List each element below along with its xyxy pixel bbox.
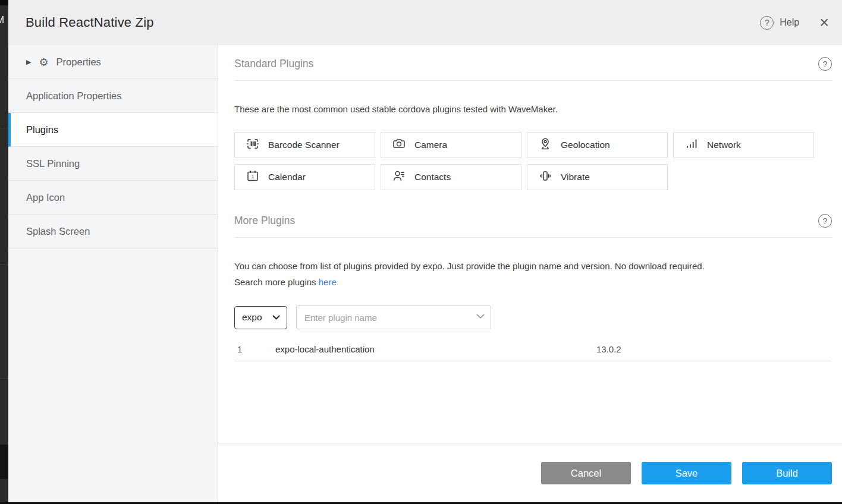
plugin-row-index: 1 xyxy=(237,344,275,354)
plugin-button-geolocation[interactable]: Geolocation xyxy=(527,132,668,158)
network-icon xyxy=(684,137,699,153)
geolocation-icon xyxy=(538,137,552,153)
more-plugins-header: More Plugins ? xyxy=(234,202,832,238)
help-label: Help xyxy=(780,17,799,28)
chevron-down-icon[interactable] xyxy=(476,314,485,319)
build-button[interactable]: Build xyxy=(742,462,832,484)
close-icon[interactable]: × xyxy=(819,15,829,31)
plugin-button-contacts[interactable]: Contacts xyxy=(381,164,521,190)
plugin-button-label: Contacts xyxy=(414,172,451,182)
background-band xyxy=(0,445,8,479)
background-dotted-line xyxy=(0,378,8,379)
plugin-button-label: Barcode Scanner xyxy=(268,140,340,150)
plugins-panel-scroll: Standard Plugins ? These are the most co… xyxy=(218,45,842,443)
standard-plugins-grid: Barcode Scanner Camera xyxy=(234,132,814,190)
background-dotted-line xyxy=(0,264,8,265)
standard-plugins-help-button[interactable]: ? xyxy=(818,57,832,71)
camera-icon xyxy=(392,137,406,153)
calendar-icon: 1 xyxy=(246,169,260,185)
sidebar-item-label: Properties xyxy=(56,56,101,68)
plugin-button-vibrate[interactable]: Vibrate xyxy=(527,164,668,190)
plugin-row-version: 13.0.2 xyxy=(596,344,832,354)
sidebar-item-application-properties[interactable]: Application Properties xyxy=(8,79,218,113)
chevron-down-icon xyxy=(272,315,280,320)
sidebar-item-label: Splash Screen xyxy=(26,226,90,237)
vibrate-icon xyxy=(538,169,552,185)
help-question-icon: ? xyxy=(760,16,774,30)
sidebar-item-label: App Icon xyxy=(26,192,65,203)
sidebar-item-plugins[interactable]: Plugins xyxy=(8,113,218,147)
plugin-add-controls: expo xyxy=(234,305,832,329)
more-plugins-description-line2: Search more plugins xyxy=(234,277,319,287)
plugin-source-select[interactable]: expo xyxy=(234,306,287,329)
plugin-button-camera[interactable]: Camera xyxy=(381,132,521,158)
standard-plugins-title: Standard Plugins xyxy=(234,58,313,70)
help-button[interactable]: ? Help xyxy=(760,16,799,30)
plugin-name-input[interactable] xyxy=(296,305,491,329)
more-plugins-title: More Plugins xyxy=(234,215,295,227)
dialog-title: Build ReactNative Zip xyxy=(26,15,154,30)
dialog-body: ▶ ⚙ Properties Application Properties Pl… xyxy=(8,45,842,504)
sidebar-item-label: SSL Pinning xyxy=(26,158,80,169)
background-letter-fragment: M xyxy=(0,14,4,26)
contacts-icon xyxy=(392,169,406,185)
circled-question-icon: ? xyxy=(818,57,832,71)
save-button[interactable]: Save xyxy=(642,462,731,484)
plugin-table-row: 1 expo-local-authentication 13.0.2 xyxy=(234,338,832,361)
sidebar-item-properties[interactable]: ▶ ⚙ Properties xyxy=(8,45,218,79)
plugin-button-label: Calendar xyxy=(268,172,306,182)
more-plugins-help-button[interactable]: ? xyxy=(818,214,832,228)
gear-icon: ⚙ xyxy=(39,56,48,68)
sidebar-item-label: Application Properties xyxy=(26,90,122,102)
standard-plugins-header: Standard Plugins ? xyxy=(234,45,832,81)
build-reactnative-zip-dialog: Build ReactNative Zip ? Help × ▶ ⚙ Prope… xyxy=(8,0,842,504)
plugin-button-label: Camera xyxy=(414,140,447,150)
plugin-row-name: expo-local-authentication xyxy=(275,344,596,354)
expand-triangle-icon: ▶ xyxy=(26,58,31,66)
sidebar-item-label: Plugins xyxy=(26,124,58,136)
plugin-name-combobox xyxy=(296,305,491,329)
svg-text:1: 1 xyxy=(252,174,255,179)
sidebar-item-app-icon[interactable]: App Icon xyxy=(8,181,218,215)
header-actions: ? Help × xyxy=(760,15,829,31)
sidebar-item-ssl-pinning[interactable]: SSL Pinning xyxy=(8,147,218,181)
search-plugins-link[interactable]: here xyxy=(319,277,337,287)
plugin-button-calendar[interactable]: 1 Calendar xyxy=(234,164,375,190)
dialog-header: Build ReactNative Zip ? Help × xyxy=(8,0,842,45)
background-band xyxy=(0,0,8,5)
plugins-panel: Standard Plugins ? These are the most co… xyxy=(218,45,842,504)
circled-question-icon: ? xyxy=(818,214,832,228)
more-plugins-description-line1: You can choose from list of plugins prov… xyxy=(234,261,705,271)
plugin-button-label: Vibrate xyxy=(561,172,590,182)
plugin-source-value: expo xyxy=(242,312,262,323)
more-plugins-description: You can choose from list of plugins prov… xyxy=(234,258,832,290)
background-dotted-line xyxy=(0,128,8,128)
plugin-button-network[interactable]: Network xyxy=(673,132,814,158)
cancel-button[interactable]: Cancel xyxy=(541,462,631,484)
plugin-button-label: Geolocation xyxy=(561,140,610,150)
dialog-footer: Cancel Save Build xyxy=(218,443,842,504)
standard-plugins-description: These are the most common used stable co… xyxy=(234,101,832,117)
barcode-scanner-icon xyxy=(246,137,260,153)
settings-sidebar: ▶ ⚙ Properties Application Properties Pl… xyxy=(8,45,218,504)
sidebar-item-splash-screen[interactable]: Splash Screen xyxy=(8,215,218,248)
plugin-button-label: Network xyxy=(707,140,741,150)
plugin-button-barcode-scanner[interactable]: Barcode Scanner xyxy=(234,132,375,158)
background-app-strip: M xyxy=(0,0,8,504)
